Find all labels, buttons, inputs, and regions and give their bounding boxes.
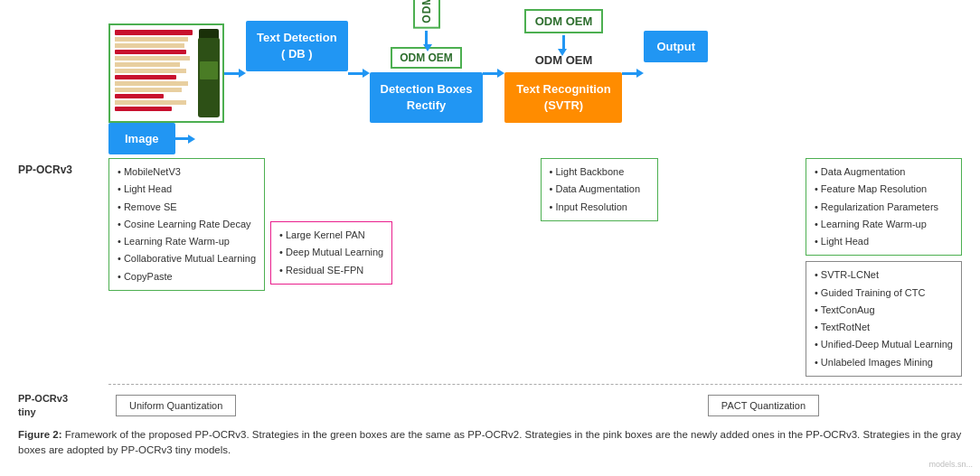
rec-green-item-3: • Regularization Parameters [815, 199, 953, 216]
rec-green-item-1: • Data Augmentation [815, 163, 953, 181]
det-pink-item-1: • Large Kernel PAN [279, 227, 383, 244]
odm-box-rotated-1: ODM OEM [413, 0, 440, 29]
recognition-green-box: • Data Augmentation • Feature Map Resolu… [806, 158, 962, 256]
det-green-item-6: • Collaborative Mutual Learning [118, 250, 256, 267]
image-box: Image [108, 123, 175, 154]
rect-green-item-2: • Data Augmentation [550, 181, 649, 198]
det-green-item-5: • Learning Rate Warm-up [118, 233, 256, 250]
output-box: Output [644, 31, 708, 62]
det-green-item-7: • CopyPaste [118, 268, 256, 285]
det-green-item-4: • Cosine Learning Rate Decay [118, 216, 256, 233]
det-pink-item-2: • Deep Mutual Learning [279, 244, 383, 261]
detection-pink-box: • Large Kernel PAN • Deep Mutual Learnin… [270, 221, 392, 285]
uniform-quantization-box: Uniform Quantization [116, 395, 236, 416]
det-pink-item-3: • Residual SE-FPN [279, 262, 383, 279]
rec-green-item-2: • Feature Map Resolution [815, 181, 953, 198]
text-recognition-box: Text Recognition (SVTR) [504, 72, 622, 123]
rec-green-item-4: • Learning Rate Warm-up [815, 216, 953, 233]
rec-gray-item-2: • Guided Training of CTC [815, 285, 953, 302]
rec-gray-item-4: • TextRotNet [815, 319, 953, 336]
rec-gray-item-3: • TextConAug [815, 302, 953, 319]
watermark: models.sn... [928, 460, 973, 469]
caption-text: Framework of the proposed PP-OCRv3. Stra… [18, 429, 961, 456]
pp-ocrv3-tiny-label: PP-OCRv3 tiny [18, 392, 108, 420]
det-green-item-3: • Remove SE [118, 199, 256, 216]
figure-caption: Figure 2: Framework of the proposed PP-O… [18, 427, 962, 460]
rec-green-item-5: • Light Head [815, 233, 953, 250]
det-green-item-2: • Light Head [118, 181, 256, 198]
page-container: Text Detection ( DB ) ODM OEM ODM OEM [0, 0, 980, 476]
dashed-separator [108, 384, 962, 385]
rec-gray-item-6: • Unlabeled Images Mining [815, 354, 953, 371]
sample-image-box [108, 23, 224, 123]
text-detection-box: Text Detection ( DB ) [246, 21, 348, 71]
detection-green-box: • MobileNetV3 • Light Head • Remove SE •… [108, 158, 265, 291]
rect-green-item-1: • Light Backbone [550, 163, 649, 181]
caption-bold: Figure 2: [18, 429, 62, 440]
rec-gray-item-5: • Unified-Deep Mutual Learning [815, 336, 953, 353]
det-green-item-1: • MobileNetV3 [118, 163, 256, 181]
odm-result-box: ODM OEM [524, 9, 604, 33]
rect-green-item-3: • Input Resolution [550, 199, 649, 216]
rectify-green-box: • Light Backbone • Data Augmentation • I… [541, 158, 658, 221]
pp-ocrv3-label: PP-OCRv3 [18, 163, 108, 176]
recognition-gray-box: • SVTR-LCNet • Guided Training of CTC • … [806, 261, 962, 377]
pact-quantization-box: PACT Quantization [708, 395, 819, 416]
rec-gray-item-1: • SVTR-LCNet [815, 266, 953, 284]
detection-boxes-rectify-box: Detection Boxes Rectify [370, 72, 484, 123]
